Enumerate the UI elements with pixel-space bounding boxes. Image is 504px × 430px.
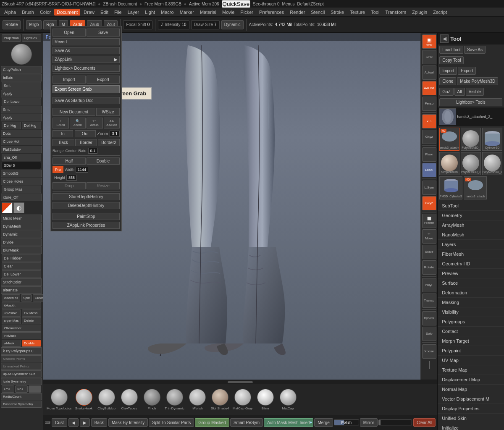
thumb-simple-brush[interactable]: SimpleBrush xyxy=(439,152,459,175)
menu-transform[interactable]: Transform xyxy=(383,9,409,16)
brush-trimdynamic[interactable]: TrimDynamic xyxy=(164,389,185,410)
split-btn[interactable]: Split xyxy=(21,294,32,302)
lightbox-btn[interactable]: LightBox xyxy=(22,34,41,42)
section-contact[interactable]: Contact xyxy=(438,327,504,336)
doc-save-btn[interactable]: Save xyxy=(87,33,120,37)
visible-btn[interactable]: Visible xyxy=(466,88,484,96)
polyf-btn[interactable]: PolyF xyxy=(422,278,436,292)
z-axis-btn[interactable]: >Z< xyxy=(15,385,28,393)
border-btn[interactable]: Border xyxy=(75,139,97,146)
unmasked-pts-btn[interactable]: Unmasked Points xyxy=(1,363,42,370)
section-geometry[interactable]: Geometry xyxy=(438,211,504,220)
section-initialize[interactable]: Initialize xyxy=(438,423,504,430)
close-holes-btn[interactable]: Close Hol xyxy=(1,138,42,145)
section-displacement-map[interactable]: Displacement Map xyxy=(438,375,504,385)
brush-blinn[interactable]: Blinn xyxy=(255,389,276,410)
arpenmask-btn[interactable]: arpenMas xyxy=(2,317,21,324)
import-tool-btn[interactable]: Import xyxy=(439,67,457,75)
brush-claytubes[interactable]: ClayTubes xyxy=(119,389,140,410)
rotate-btn[interactable]: Rotate xyxy=(3,20,21,29)
thumb-hands3-attached[interactable]: 40 hands3_attache xyxy=(439,128,459,151)
section-layers[interactable]: Layers xyxy=(438,240,504,249)
brush-claybuildup[interactable]: ClayBuildup xyxy=(96,389,117,410)
menu-stroke[interactable]: Stroke xyxy=(328,9,346,16)
section-arraymesh[interactable]: ArrayMesh xyxy=(438,220,504,230)
menu-brush[interactable]: Brush xyxy=(19,9,37,16)
dynamesh-btn[interactable]: DynaMesh xyxy=(1,223,42,230)
xyz-btn[interactable]: × ÷ xyxy=(422,114,436,128)
cust-btn[interactable]: Cust xyxy=(52,418,67,427)
lightbox-tools-btn[interactable]: Lightbox> Tools xyxy=(439,98,502,106)
menu-preferences[interactable]: Preferences xyxy=(257,9,286,16)
merge-btn[interactable]: Merge xyxy=(314,418,333,427)
menu-edit[interactable]: Edit xyxy=(98,9,111,16)
aahalf-vp-btn[interactable]: AAHalf xyxy=(422,81,436,95)
section-display-properties[interactable]: Display Properties xyxy=(438,404,504,414)
next-btn[interactable]: ▶ xyxy=(80,418,90,427)
zapplink-props-btn[interactable]: ZAppLink Properties xyxy=(52,222,120,229)
smt-btn[interactable]: Smt xyxy=(2,82,41,89)
apply2-btn[interactable]: Apply xyxy=(1,114,42,121)
xture-off-btn[interactable]: xture_Off xyxy=(1,194,42,201)
border2-btn[interactable]: Border2 xyxy=(98,139,120,146)
kmaskit-btn[interactable]: kMaskIt xyxy=(2,302,41,309)
section-deformation[interactable]: Deformation xyxy=(438,288,504,298)
menu-document[interactable]: Document xyxy=(54,9,80,16)
section-geometry-hd[interactable]: Geometry HD xyxy=(438,259,504,269)
divide-btn[interactable]: Divide xyxy=(1,239,42,246)
wsize-btn[interactable]: WSize xyxy=(96,108,120,116)
split-to-parts-btn[interactable]: Split To Similar Parts xyxy=(149,418,194,427)
section-visibility[interactable]: Visibility xyxy=(438,307,504,317)
transp-btn[interactable]: Transp xyxy=(422,294,436,308)
thumb-polymesh3d-1[interactable]: PolyMesh3D_ xyxy=(461,128,481,151)
sha-off-btn[interactable]: sha_Off xyxy=(2,154,41,161)
clone-btn[interactable]: Clone xyxy=(439,77,456,85)
brush-move-topologics[interactable]: Move Topologics xyxy=(47,389,71,410)
menu-light[interactable]: Light xyxy=(142,9,158,16)
upvisible-btn[interactable]: upVisible xyxy=(2,309,21,317)
y-axis-btn[interactable]: >Y< xyxy=(2,385,14,393)
section-normal-map[interactable]: Normal Map xyxy=(438,385,504,394)
smooths-btn[interactable]: SmoothS xyxy=(1,170,42,177)
menu-tool[interactable]: Tool xyxy=(368,9,382,16)
mirror-btn[interactable]: Mirror xyxy=(360,418,378,427)
blurmask-btn[interactable]: BlurMask xyxy=(1,246,42,254)
menu-stencil[interactable]: Stencil xyxy=(308,9,327,16)
rotate-vp-btn[interactable]: Rotate xyxy=(422,260,436,275)
brush-matcap[interactable]: MatCap xyxy=(278,389,299,410)
local-btn[interactable]: Local xyxy=(422,163,436,177)
thumb-pm3d-cylinder[interactable]: PM3D_CylinderS xyxy=(439,176,462,199)
section-polygroups[interactable]: Polygroups xyxy=(438,317,504,327)
alternate-btn[interactable]: alternate xyxy=(1,286,42,294)
custom-btn[interactable]: Custom xyxy=(33,294,43,302)
zapplink-btn[interactable]: ZAppLink ▶ xyxy=(52,56,120,63)
poseable-sym-btn[interactable]: Poseable Symmetry xyxy=(1,401,42,408)
flatsubdiv-btn[interactable]: FlatSubdiv xyxy=(1,146,42,153)
brush-matcap-gray[interactable]: MatCap Gray xyxy=(232,389,253,410)
menu-movie[interactable]: Movie xyxy=(220,9,237,16)
bpr-btn[interactable]: ▣ BPR xyxy=(422,34,436,49)
menu-layer[interactable]: Layer xyxy=(125,9,142,16)
mask-by-intensity-btn[interactable]: Mask By Intensity xyxy=(108,418,148,427)
zoom-btn[interactable]: 🔍Zoom xyxy=(70,118,86,128)
menu-render[interactable]: Render xyxy=(287,9,307,16)
apply-btn[interactable]: Apply xyxy=(1,90,42,97)
del-hig-btn[interactable]: Del Hig xyxy=(2,122,21,129)
spix-btn[interactable]: SPix xyxy=(422,50,436,64)
quicksave-button[interactable]: QuickSave xyxy=(222,0,250,8)
section-preview[interactable]: Preview xyxy=(438,269,504,278)
menu-file[interactable]: File xyxy=(112,9,124,16)
dots-btn[interactable]: Dots xyxy=(1,130,42,137)
solo-btn[interactable]: Solo xyxy=(422,327,436,341)
persp-btn[interactable]: Persp xyxy=(422,97,436,111)
store-depth-btn[interactable]: StoreDepthHistory xyxy=(52,193,120,200)
smart-resym-btn[interactable]: Smart ReSym xyxy=(230,418,263,427)
activate-sym-btn[interactable]: ivate Symmetry xyxy=(1,378,42,385)
thumb-polymesh3d-3[interactable]: PolyMesh3D_2 xyxy=(482,152,502,175)
section-surface[interactable]: Surface xyxy=(438,278,504,288)
section-masking[interactable]: Masking xyxy=(438,298,504,307)
inflate-btn[interactable]: Inflate xyxy=(1,74,42,81)
lightbox-docs-btn[interactable]: Lightbox> Documents xyxy=(52,65,120,72)
pro-btn[interactable]: Pro xyxy=(52,166,63,173)
group-mask-btn[interactable]: Group Mas xyxy=(2,186,41,193)
